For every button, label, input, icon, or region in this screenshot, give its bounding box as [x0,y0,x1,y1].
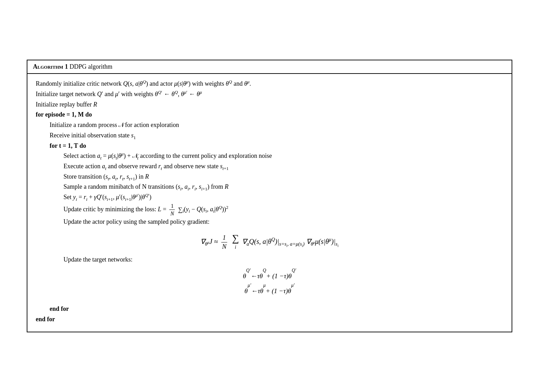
display-math-policy-gradient: ∇θμJ ≈ 1 N ∑ i ∇aQ(s, a|θQ)|s=si, a=μ(si… [36,233,503,251]
line-update-critic: Update critic by minimizing the loss: L … [36,203,503,217]
line-execute-action: Execute action at and observe reward rt … [36,161,503,172]
target-eq-theta-Q: θQ′ ← τθQ + (1 − τ)θQ′ [243,271,296,281]
algorithm-box: Algorithm 1 DDPG algorithm Randomly init… [27,60,512,332]
line-end-for-t: end for [36,304,503,314]
line-init-replay: Initialize replay buffer R [36,100,503,110]
line-for-episode: for episode = 1, M do [36,110,503,120]
target-network-equations: θQ′ ← τθQ + (1 − τ)θQ′ θμ′ ← τθμ + (1 − … [36,269,503,299]
line-for-t: for t = 1, T do [36,141,503,151]
line-end-for-episode: end for [36,314,503,325]
algorithm-number: Algorithm 1 [33,63,68,70]
line-select-action: Select action at = μ(st|θμ) + 𝒩t accordi… [36,151,503,161]
line-init-critic: Randomly initialize critic network Q(s, … [36,79,503,89]
math-policy-gradient-expr: ∇θμJ ≈ 1 N ∑ i ∇aQ(s, a|θQ)|s=si, a=μ(si… [200,233,339,251]
line-update-target-label: Update the target networks: [36,255,503,265]
target-eq-theta-mu: θμ′ ← τθμ + (1 − τ)θμ′ [245,286,295,296]
line-store-transition: Store transition (st, at, rt, st+1) in R [36,172,503,182]
line-sample-minibatch: Sample a random minibatch of N transitio… [36,182,503,192]
algorithm-body: Randomly initialize critic network Q(s, … [27,74,512,331]
line-update-actor: Update the actor policy using the sample… [36,217,503,227]
line-set-yi: Set yi = ri + γQ′(si+1, μ′(si+1|θμ′)|θQ′… [36,192,503,203]
end-for-section: end for end for [36,304,503,324]
line-receive-obs: Receive initial observation state s1 [36,130,503,141]
algorithm-header: Algorithm 1 DDPG algorithm [27,60,512,74]
algorithm-title: DDPG algorithm [69,63,112,70]
line-init-target: Initialize target network Q′ and μ′ with… [36,89,503,100]
line-init-process: Initialize a random process 𝒩 for action… [36,120,503,130]
